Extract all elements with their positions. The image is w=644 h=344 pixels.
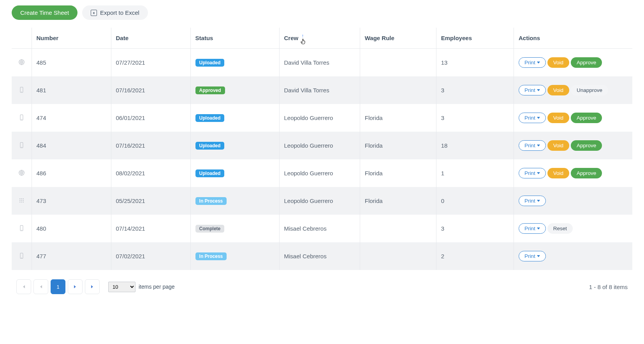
- cell-date: 07/27/2021: [111, 49, 190, 77]
- reset-button[interactable]: Reset: [547, 223, 573, 234]
- cell-wage-rule: [360, 242, 436, 270]
- cell-wage-rule: Florida: [360, 132, 436, 159]
- toolbar: Create Time Sheet x Export to Excel: [12, 5, 632, 20]
- svg-point-13: [23, 200, 23, 201]
- column-header-number[interactable]: Number: [32, 28, 111, 49]
- column-header-status[interactable]: Status: [190, 28, 279, 49]
- cell-date: 07/14/2021: [111, 215, 190, 242]
- cell-employees: 3: [436, 104, 514, 132]
- print-button[interactable]: Print: [519, 57, 546, 68]
- cell-actions: Print VoidApprove: [514, 132, 632, 159]
- chevron-down-icon: [537, 255, 540, 257]
- cell-number: 477: [32, 242, 111, 270]
- cell-status: In Process: [190, 187, 279, 215]
- chevron-down-icon: [537, 172, 540, 174]
- table-row[interactable]: 47305/25/2021In ProcessLeopoldo Guerrero…: [12, 187, 632, 215]
- approve-button[interactable]: Approve: [571, 113, 602, 123]
- cell-crew: David Villa Torres: [279, 49, 360, 77]
- status-badge: In Process: [195, 252, 227, 260]
- void-button[interactable]: Void: [547, 168, 569, 178]
- pager: 1 10 items per page: [16, 279, 175, 294]
- cell-employees: 2: [436, 242, 514, 270]
- phone-icon: [18, 225, 25, 231]
- table-row[interactable]: 48608/02/2021UploadedLeopoldo GuerreroFl…: [12, 159, 632, 187]
- void-button[interactable]: Void: [547, 113, 569, 123]
- table-row[interactable]: 48507/27/2021UploadedDavid Villa Torres1…: [12, 49, 632, 77]
- svg-point-14: [19, 201, 20, 202]
- status-badge: Approved: [195, 86, 225, 94]
- cell-status: Approved: [190, 76, 279, 104]
- column-header-actions[interactable]: Actions: [514, 28, 632, 49]
- create-time-sheet-button[interactable]: Create Time Sheet: [12, 5, 77, 20]
- cell-date: 08/02/2021: [111, 159, 190, 187]
- pager-prev-button[interactable]: [33, 279, 48, 294]
- status-badge: Uploaded: [195, 114, 225, 122]
- keypad-icon: [18, 197, 25, 204]
- cell-number: 485: [32, 49, 111, 77]
- cell-employees: 18: [436, 132, 514, 159]
- phone-icon: [18, 114, 25, 121]
- svg-point-8: [19, 198, 20, 199]
- page-size-select[interactable]: 10: [108, 282, 135, 292]
- table-row[interactable]: 47707/02/2021In ProcessMisael Cebreros2P…: [12, 242, 632, 270]
- cell-crew: Leopoldo Guerrero: [279, 132, 360, 159]
- cell-crew: Leopoldo Guerrero: [279, 187, 360, 215]
- column-header-crew[interactable]: Crew ↑: [279, 28, 360, 49]
- cell-actions: Print VoidApprove: [514, 104, 632, 132]
- print-button[interactable]: Print: [519, 168, 546, 178]
- cell-date: 06/01/2021: [111, 104, 190, 132]
- print-button[interactable]: Print: [519, 196, 546, 206]
- print-button[interactable]: Print: [519, 113, 546, 123]
- column-header-wage-rule[interactable]: Wage Rule: [360, 28, 436, 49]
- void-button[interactable]: Void: [547, 85, 569, 95]
- approve-button[interactable]: Approve: [571, 168, 602, 178]
- pagination-range-label: 1 - 8 of 8 items: [589, 284, 628, 290]
- cell-crew: Misael Cebreros: [279, 215, 360, 242]
- pager-page-1-button[interactable]: 1: [51, 279, 65, 294]
- cell-status: Uploaded: [190, 159, 279, 187]
- svg-point-16: [23, 201, 23, 202]
- cell-date: 07/16/2021: [111, 76, 190, 104]
- void-button[interactable]: Void: [547, 140, 569, 151]
- approve-button[interactable]: Approve: [571, 57, 602, 68]
- globe-icon: [18, 169, 25, 176]
- status-badge: Uploaded: [195, 169, 225, 177]
- cell-wage-rule: [360, 215, 436, 242]
- pager-last-button[interactable]: [85, 279, 100, 294]
- cell-number: 484: [32, 132, 111, 159]
- cell-actions: Print VoidUnapprove: [514, 76, 632, 104]
- pager-first-button[interactable]: [16, 279, 31, 294]
- cell-date: 07/02/2021: [111, 242, 190, 270]
- cell-employees: 0: [436, 187, 514, 215]
- status-badge: Uploaded: [195, 142, 225, 150]
- cell-status: In Process: [190, 242, 279, 270]
- cell-employees: 3: [436, 215, 514, 242]
- table-row[interactable]: 48107/16/2021ApprovedDavid Villa Torres3…: [12, 76, 632, 104]
- chevron-down-icon: [537, 145, 540, 146]
- print-button[interactable]: Print: [519, 251, 546, 261]
- print-button[interactable]: Print: [519, 85, 546, 95]
- column-header-employees[interactable]: Employees: [436, 28, 514, 49]
- chevron-down-icon: [537, 117, 540, 119]
- cell-wage-rule: Florida: [360, 104, 436, 132]
- phone-icon: [18, 252, 25, 259]
- table-row[interactable]: 48407/16/2021UploadedLeopoldo GuerreroFl…: [12, 132, 632, 159]
- column-header-date[interactable]: Date: [111, 28, 190, 49]
- cell-status: Uploaded: [190, 104, 279, 132]
- cell-date: 07/16/2021: [111, 132, 190, 159]
- print-button[interactable]: Print: [519, 140, 546, 151]
- print-button[interactable]: Print: [519, 223, 546, 234]
- unapprove-button[interactable]: Unapprove: [571, 85, 608, 95]
- void-button[interactable]: Void: [547, 57, 569, 68]
- cell-status: Uploaded: [190, 132, 279, 159]
- globe-icon: [18, 59, 25, 65]
- approve-button[interactable]: Approve: [571, 140, 602, 151]
- column-header-icon[interactable]: [12, 28, 32, 49]
- chevron-down-icon: [537, 228, 540, 229]
- table-row[interactable]: 47406/01/2021UploadedLeopoldo GuerreroFl…: [12, 104, 632, 132]
- table-row[interactable]: 48007/14/2021CompleteMisael Cebreros3Pri…: [12, 215, 632, 242]
- export-to-excel-button[interactable]: x Export to Excel: [82, 5, 148, 20]
- cell-wage-rule: Florida: [360, 187, 436, 215]
- chevron-down-icon: [537, 89, 540, 91]
- pager-next-button[interactable]: [68, 279, 83, 294]
